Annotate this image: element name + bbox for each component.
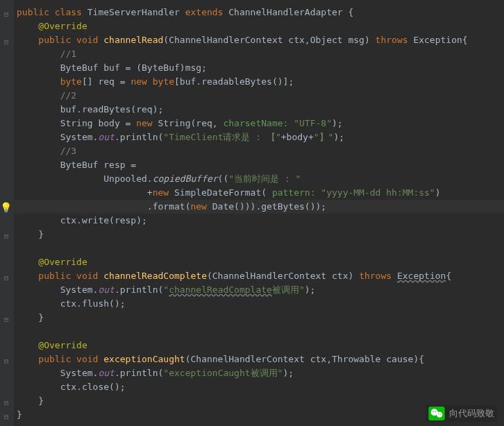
code-line: Unpooled.copiedBuffer(("当前时间是 : ": [17, 172, 504, 186]
fold-icon[interactable]: ⊟: [4, 8, 11, 15]
annotation: @Override: [38, 340, 87, 350]
svg-point-6: [440, 414, 441, 414]
code-line: ⊟ public void exceptionCaught(ChannelHan…: [17, 352, 504, 366]
code-line: ByteBuf resp =: [17, 158, 504, 172]
intention-bulb-icon[interactable]: 💡: [0, 201, 12, 214]
fold-icon[interactable]: ⊟: [4, 230, 11, 237]
code-line: [17, 241, 504, 255]
code-line: @Override: [17, 19, 504, 33]
fold-icon[interactable]: ⊟: [4, 396, 11, 403]
code-line: System.out.println("exceptionCaught被调用")…: [17, 366, 504, 380]
code-line: ⊟ }: [17, 228, 504, 241]
code-line: [17, 325, 504, 339]
code-line: ⊟ public void channelRead(ChannelHandler…: [17, 33, 504, 47]
fold-icon[interactable]: ⊟: [4, 313, 11, 320]
code-line: ctx.close();: [17, 380, 504, 394]
code-line: String body = new String(req, charsetNam…: [17, 117, 504, 130]
fold-icon[interactable]: ⊟: [4, 35, 11, 42]
code-line: //3: [17, 144, 504, 158]
annotation: @Override: [38, 21, 87, 31]
wechat-icon: [428, 407, 445, 420]
watermark: 向代码致敬: [426, 405, 497, 422]
fold-icon[interactable]: ⊟: [4, 355, 11, 361]
annotation: @Override: [38, 257, 87, 267]
code-line: ctx.flush();: [17, 297, 504, 311]
svg-point-2: [437, 412, 442, 418]
code-line: //2: [17, 89, 504, 103]
code-line: System.out.println("TimeClient请求是 : 【"+b…: [17, 130, 504, 144]
code-line: //1: [17, 47, 504, 61]
code-line: buf.readBytes(req);: [17, 103, 504, 117]
svg-point-4: [435, 411, 437, 413]
code-line: @Override: [17, 339, 504, 352]
code-line: ⊟ public void channelReadComplete(Channe…: [17, 269, 504, 283]
code-line: byte[] req = new byte[buf.readableBytes(…: [17, 75, 504, 89]
watermark-label: 向代码致敬: [449, 407, 494, 420]
code-line: ⊟public class TimeServerHandler extends …: [17, 6, 504, 19]
code-line: ⊟ }: [17, 311, 504, 325]
fold-icon[interactable]: ⊟: [4, 410, 11, 417]
code-line-active: 💡 .format(new Date())).getBytes());: [14, 200, 504, 214]
svg-point-5: [438, 414, 439, 414]
code-line: ByteBuf buf = (ByteBuf)msg;: [17, 61, 504, 75]
code-line: System.out.println("channelReadComplate被…: [17, 283, 504, 297]
code-line: ctx.write(resp);: [17, 214, 504, 228]
svg-point-3: [432, 411, 434, 413]
code-line: @Override: [17, 255, 504, 269]
code-line: +new SimpleDateFormat( pattern: "yyyy-MM…: [17, 186, 504, 200]
fold-icon[interactable]: ⊟: [4, 271, 11, 278]
code-editor[interactable]: ⊟public class TimeServerHandler extends …: [0, 0, 504, 422]
